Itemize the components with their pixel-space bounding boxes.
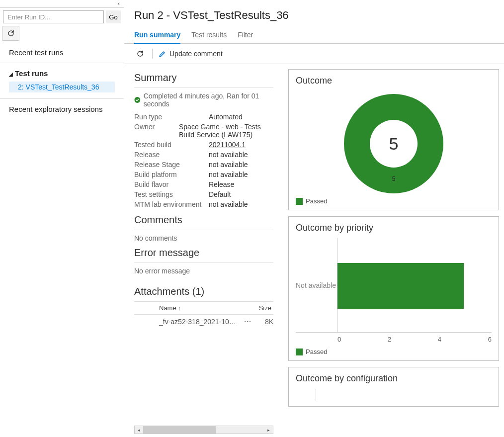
kv-value: Release xyxy=(209,180,234,188)
refresh-icon xyxy=(136,50,144,58)
divider xyxy=(134,87,273,88)
x-tick: 0 xyxy=(337,336,341,343)
go-button[interactable]: Go xyxy=(106,10,121,23)
priority-bar-passed xyxy=(337,263,464,309)
caret-expanded-icon: ◢ xyxy=(9,72,13,77)
kv-key: Release Stage xyxy=(134,161,209,169)
kv-key: Release xyxy=(134,151,209,159)
kv-key: Build platform xyxy=(134,171,209,178)
legend-swatch-passed xyxy=(296,198,303,205)
horizontal-scrollbar[interactable]: ◂ ▸ xyxy=(134,426,273,434)
x-tick: 6 xyxy=(488,336,492,343)
attachments-col-size[interactable]: Size xyxy=(250,304,273,312)
kv-value: Space Game - web - Tests Build Service (… xyxy=(179,123,273,139)
sidebar-run-item[interactable]: 2: VSTest_TestResults_36 xyxy=(9,82,115,92)
kv-key: Tested build xyxy=(134,141,209,149)
configuration-card: Outcome by configuration xyxy=(288,367,499,407)
summary-column: Summary Completed 4 minutes ago, Ran for… xyxy=(124,64,283,437)
tabs: Run summary Test results Filter xyxy=(124,29,504,44)
attachment-row[interactable]: _fv-az52-318_2021-10-04_20... ··· 8K xyxy=(134,315,273,329)
kv-key: MTM lab environment xyxy=(134,200,209,208)
kv-value: not available xyxy=(209,200,248,208)
tab-test-results[interactable]: Test results xyxy=(191,29,227,43)
outcome-card: Outcome 5 5 Passed xyxy=(288,69,499,210)
sidebar-item-recent-runs[interactable]: Recent test runs xyxy=(9,48,115,57)
priority-bar-chart: Not available 0 2 4 6 xyxy=(296,238,492,343)
tab-run-summary[interactable]: Run summary xyxy=(134,29,180,44)
kv-key: Owner xyxy=(134,123,179,139)
tab-filter[interactable]: Filter xyxy=(238,29,253,43)
page-title: Run 2 - VSTest_TestResults_36 xyxy=(124,0,504,29)
kv-key: Run type xyxy=(134,113,209,121)
comments-body: No comments xyxy=(134,234,273,242)
priority-category-label: Not available xyxy=(296,238,337,332)
update-comment-button[interactable]: Update comment xyxy=(159,50,223,58)
attachment-name: _fv-az52-318_2021-10-04_20... xyxy=(134,318,241,326)
scroll-right-arrow[interactable]: ▸ xyxy=(264,428,273,433)
scroll-left-arrow[interactable]: ◂ xyxy=(135,428,143,433)
pencil-icon xyxy=(159,50,167,58)
outcome-slice-label: 5 xyxy=(392,175,396,182)
sidebar-item-label: Test runs xyxy=(15,69,48,78)
kv-value: not available xyxy=(209,161,248,169)
tested-build-link[interactable]: 20211004.1 xyxy=(209,141,246,149)
success-icon xyxy=(134,96,141,103)
sort-asc-icon: ↑ xyxy=(178,305,181,311)
outcome-donut-chart: 5 5 xyxy=(344,94,443,193)
attachment-size: 8K xyxy=(254,318,273,326)
attachments-heading: Attachments (1) xyxy=(134,286,273,297)
error-heading: Error message xyxy=(134,247,273,259)
kv-key: Test settings xyxy=(134,190,209,198)
attachment-menu-button[interactable]: ··· xyxy=(241,318,254,326)
divider xyxy=(134,262,273,263)
kv-value: not available xyxy=(209,151,248,159)
priority-title: Outcome by priority xyxy=(296,223,492,233)
main-content: Run 2 - VSTest_TestResults_36 Run summar… xyxy=(124,0,504,437)
divider xyxy=(134,230,273,230)
x-tick: 2 xyxy=(388,336,391,343)
sidebar-refresh-button[interactable] xyxy=(2,26,19,41)
outcome-title: Outcome xyxy=(296,76,492,86)
priority-card: Outcome by priority Not available 0 2 4 xyxy=(288,216,499,361)
kv-key: Build flavor xyxy=(134,180,209,188)
run-id-input[interactable] xyxy=(3,10,104,23)
x-tick: 4 xyxy=(438,336,441,343)
comments-heading: Comments xyxy=(134,214,273,226)
toolbar-refresh-button[interactable] xyxy=(134,48,146,60)
sidebar-item-exploratory[interactable]: Recent exploratory sessions xyxy=(9,105,115,113)
summary-heading: Summary xyxy=(134,72,273,84)
update-comment-label: Update comment xyxy=(169,50,223,58)
sidebar: ‹ Go Recent test runs ◢Test runs 2: VSTe… xyxy=(0,0,124,437)
configuration-title: Outcome by configuration xyxy=(296,373,492,384)
separator xyxy=(152,49,153,59)
charts-column: Outcome 5 5 Passed Outcome by priority xyxy=(283,64,504,437)
legend-swatch-passed xyxy=(296,349,303,355)
kv-value: Automated xyxy=(209,113,243,121)
config-chart-placeholder xyxy=(316,389,492,401)
sidebar-collapse-button[interactable]: ‹ xyxy=(0,0,124,8)
scroll-thumb[interactable] xyxy=(143,426,216,434)
status-text: Completed 4 minutes ago, Ran for 01 seco… xyxy=(144,92,273,108)
kv-value: not available xyxy=(209,171,248,178)
legend-label: Passed xyxy=(306,348,327,355)
legend-label: Passed xyxy=(306,197,327,205)
sidebar-item-test-runs[interactable]: ◢Test runs xyxy=(9,69,115,78)
outcome-total: 5 xyxy=(370,120,418,168)
refresh-icon xyxy=(7,29,15,37)
col-label: Name xyxy=(159,304,176,312)
error-body: No error message xyxy=(134,267,273,275)
kv-value: Default xyxy=(209,190,231,198)
attachments-col-name[interactable]: Name ↑ xyxy=(134,304,250,312)
